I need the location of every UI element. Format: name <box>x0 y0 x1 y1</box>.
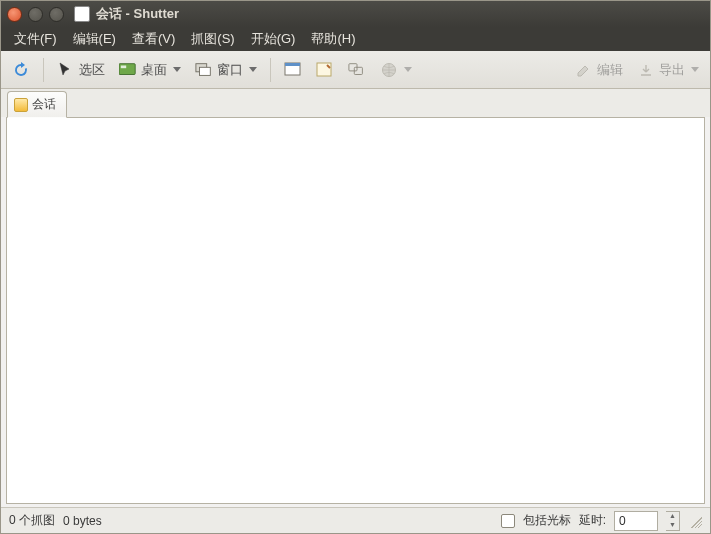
menu-file[interactable]: 文件(F) <box>7 28 64 50</box>
window-close-button[interactable] <box>7 7 22 22</box>
resize-grip[interactable] <box>688 514 702 528</box>
reload-icon <box>12 61 30 79</box>
selection-label: 选区 <box>79 61 105 79</box>
edit-button[interactable]: 编辑 <box>570 58 628 82</box>
delay-spin-buttons[interactable]: ▲▼ <box>666 511 680 531</box>
window-capture-label: 窗口 <box>217 61 243 79</box>
window-minimize-button[interactable] <box>28 7 43 22</box>
tab-session[interactable]: 会话 <box>7 91 67 118</box>
pencil-icon <box>575 61 593 79</box>
delay-label: 延时: <box>579 512 606 529</box>
menu-view[interactable]: 查看(V) <box>125 28 182 50</box>
svg-rect-0 <box>119 63 135 74</box>
export-icon <box>637 61 655 79</box>
app-icon <box>74 6 90 22</box>
export-button[interactable]: 导出 <box>632 58 704 82</box>
desktop-label: 桌面 <box>141 61 167 79</box>
speech-icon <box>348 61 366 79</box>
globe-icon <box>380 61 398 79</box>
tab-strip: 会话 <box>1 89 710 117</box>
chevron-down-icon <box>249 67 257 72</box>
desktop-button[interactable]: 桌面 <box>114 58 186 82</box>
panel-icon <box>284 61 302 79</box>
menu-help[interactable]: 帮助(H) <box>304 28 362 50</box>
title-bar: 会话 - Shutter <box>1 1 710 27</box>
delay-input[interactable] <box>614 511 658 531</box>
chevron-down-icon <box>173 67 181 72</box>
redo-capture-button[interactable] <box>7 58 35 82</box>
selection-button[interactable]: 选区 <box>52 58 110 82</box>
menu-bar: 文件(F) 编辑(E) 查看(V) 抓图(S) 开始(G) 帮助(H) <box>1 27 710 51</box>
web-capture-button[interactable] <box>343 58 371 82</box>
edit-label: 编辑 <box>597 61 623 79</box>
include-cursor-label: 包括光标 <box>523 512 571 529</box>
export-label: 导出 <box>659 61 685 79</box>
upload-button[interactable] <box>375 58 417 82</box>
window-title: 会话 - Shutter <box>96 5 179 23</box>
window-maximize-button[interactable] <box>49 7 64 22</box>
cursor-icon <box>57 61 75 79</box>
toolbar: 选区 桌面 窗口 <box>1 51 710 89</box>
desktop-icon <box>119 61 137 79</box>
menu-capture-button[interactable] <box>279 58 307 82</box>
status-size: 0 bytes <box>63 514 102 528</box>
svg-rect-5 <box>285 63 300 66</box>
window-capture-button[interactable]: 窗口 <box>190 58 262 82</box>
status-bar: 0 个抓图 0 bytes 包括光标 延时: ▲▼ <box>1 507 710 533</box>
toolbar-separator <box>270 58 271 82</box>
svg-rect-6 <box>317 63 331 76</box>
windows-icon <box>195 61 213 79</box>
include-cursor-checkbox[interactable] <box>501 514 515 528</box>
session-content-area <box>6 117 705 504</box>
tab-session-label: 会话 <box>32 96 56 113</box>
session-icon <box>14 98 28 112</box>
menu-go[interactable]: 开始(G) <box>244 28 303 50</box>
toolbar-separator <box>43 58 44 82</box>
chevron-down-icon <box>691 67 699 72</box>
menu-capture[interactable]: 抓图(S) <box>184 28 241 50</box>
chevron-down-icon <box>404 67 412 72</box>
svg-rect-1 <box>121 65 126 68</box>
note-icon <box>316 61 334 79</box>
status-count: 0 个抓图 <box>9 512 55 529</box>
tooltip-capture-button[interactable] <box>311 58 339 82</box>
menu-edit[interactable]: 编辑(E) <box>66 28 123 50</box>
svg-rect-3 <box>200 67 211 75</box>
